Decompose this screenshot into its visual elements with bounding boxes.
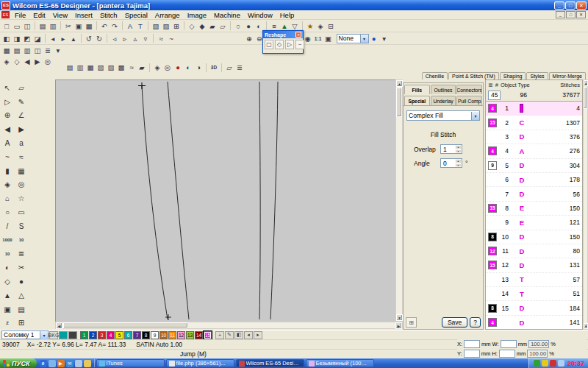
travel-forward-tool[interactable]: ▶: [15, 122, 28, 136]
menu-item-image[interactable]: Image: [184, 11, 210, 19]
object-row[interactable]: 95D304: [486, 159, 582, 173]
dock-tab-shaping[interactable]: Shaping: [500, 72, 526, 79]
object-row[interactable]: 9E121: [486, 216, 582, 230]
paste-button[interactable]: ▦: [84, 21, 94, 31]
zigzag-tool[interactable]: Z: [1, 316, 14, 330]
my-computer-icon[interactable]: [75, 360, 82, 367]
style-dropdown-arrow[interactable]: ▾: [360, 35, 368, 43]
slow-redraw-button[interactable]: ≡: [269, 21, 279, 31]
w-field[interactable]: [501, 340, 517, 348]
fancy-fill-button[interactable]: ≈: [126, 63, 137, 73]
insert-image-button[interactable]: ▧: [151, 21, 161, 31]
background-color-button[interactable]: BKG: [49, 331, 58, 339]
reshape-node-button[interactable]: ◇: [275, 40, 284, 49]
previous-object-button[interactable]: ◃: [110, 33, 120, 43]
color-swatch-14[interactable]: 14: [195, 331, 203, 339]
menu-item-special[interactable]: Special: [121, 11, 151, 19]
taskbar-task[interactable]: file.php (386×561)...: [166, 359, 234, 367]
dock-tab-chenille[interactable]: Chenille: [422, 72, 448, 79]
applique-tool[interactable]: ⌂: [1, 191, 14, 205]
nudge-left-button[interactable]: ◂: [48, 33, 58, 43]
messenger-tray-icon[interactable]: [550, 360, 556, 367]
outlook-icon[interactable]: ✉: [66, 360, 74, 367]
print-button[interactable]: ▤: [37, 21, 48, 31]
network-tray-icon[interactable]: [558, 360, 564, 367]
current-color-1-button[interactable]: [59, 331, 68, 339]
object-row[interactable]: 1512D131: [486, 258, 582, 272]
horizontal-scroll-thumb[interactable]: [63, 322, 188, 328]
measure-tool[interactable]: ∠: [15, 109, 28, 123]
props-tab-pull-comp[interactable]: Pull Comp: [456, 96, 482, 105]
close-button[interactable]: ✕: [576, 1, 587, 10]
ellipse-tool[interactable]: ○: [1, 205, 14, 219]
object-row[interactable]: 152C1307: [486, 116, 582, 130]
travel-by-color-button[interactable]: ◈: [1, 56, 12, 66]
object-row[interactable]: 4D141: [486, 316, 582, 329]
redo-view-button[interactable]: ↻: [94, 33, 104, 43]
stitch-view-button[interactable]: ○: [233, 21, 243, 31]
next-object-button[interactable]: ▹: [120, 33, 130, 43]
3d-warp-button[interactable]: 3D: [209, 63, 219, 73]
overlap-down-button[interactable]: ▾: [455, 149, 462, 154]
color-swatch-15[interactable]: 15: [204, 331, 212, 339]
matrix-tool[interactable]: ⊞: [15, 316, 28, 330]
show-desktop-icon[interactable]: [49, 360, 56, 367]
print-preview-button[interactable]: ▥: [48, 21, 58, 31]
reshape-tool[interactable]: ▷: [1, 95, 14, 109]
taskbar-task[interactable]: Безымянный (100%)...: [306, 359, 374, 367]
object-row[interactable]: 158E150: [486, 202, 582, 216]
contour-fill-tool[interactable]: ◎: [15, 178, 28, 192]
auto-scroll-button[interactable]: ◎: [43, 56, 53, 66]
cut-button[interactable]: ✂: [63, 21, 74, 31]
overlap-spinner[interactable]: 1 ▴ ▾: [440, 144, 462, 154]
artistic-view-button[interactable]: ▱: [218, 21, 228, 31]
object-scroll-down-arrow[interactable]: ▼: [584, 323, 588, 329]
media-player-icon[interactable]: ▶: [57, 360, 65, 367]
stitch-list-tool[interactable]: ≣: [15, 247, 28, 261]
reshape-palette-titlebar[interactable]: Reshape ✕: [263, 31, 303, 38]
e-stitch-button[interactable]: ▧: [96, 63, 106, 73]
polygon-select-tool[interactable]: ▱: [15, 81, 28, 95]
zigzag-stitch-button[interactable]: ▦: [85, 63, 96, 73]
object-row[interactable]: 1211D80: [486, 244, 582, 258]
mdi-minimize-button[interactable]: _: [556, 11, 565, 18]
color-swatch-5[interactable]: 5: [115, 331, 123, 339]
trapunto-button[interactable]: ▱: [224, 63, 234, 73]
curve-tool[interactable]: S: [15, 219, 28, 233]
rotate-right-button[interactable]: ◪: [32, 33, 43, 43]
object-scroll-thumb[interactable]: [584, 87, 587, 109]
connectors-view-button[interactable]: ◐: [254, 21, 264, 31]
w-percent-field[interactable]: 100.00: [528, 340, 549, 348]
save-design-button[interactable]: ◫: [22, 21, 32, 31]
insert-design-button[interactable]: ⊞: [171, 21, 182, 31]
length-10-preset[interactable]: 10: [1, 247, 14, 261]
color-swatch-2[interactable]: 2: [89, 331, 97, 339]
zoom-in-button[interactable]: ⊕: [244, 33, 254, 43]
object-row[interactable]: 815D184: [486, 301, 582, 315]
close-design-button[interactable]: ⊟: [326, 21, 336, 31]
triple-run-tool[interactable]: ≈: [15, 150, 28, 164]
current-color-2-button[interactable]: [68, 331, 77, 339]
style-combo[interactable]: None ▾: [337, 34, 369, 43]
color-film-button[interactable]: ★: [305, 21, 315, 31]
x-field[interactable]: [464, 340, 480, 348]
object-row[interactable]: 414: [486, 102, 582, 116]
h-percent-field[interactable]: 100.00: [527, 350, 548, 358]
object-list-scrollbar[interactable]: ▲ ▼: [583, 79, 588, 330]
rectangle-tool[interactable]: ▭: [15, 205, 28, 219]
mirror-horizontal-button[interactable]: ◧: [1, 33, 12, 43]
menu-item-insert[interactable]: Insert: [71, 11, 96, 19]
remove-overlaps-button[interactable]: ~: [166, 33, 176, 43]
stitch-player-button[interactable]: ▲: [279, 21, 290, 31]
grid-tool[interactable]: ▣: [1, 302, 14, 316]
undo-view-button[interactable]: ↺: [84, 33, 94, 43]
run-stitch-tool[interactable]: ~: [1, 150, 14, 164]
touch-up-image-button[interactable]: ▨: [161, 21, 171, 31]
object-row[interactable]: 7D56: [486, 187, 582, 201]
needle-points-button[interactable]: ●: [243, 21, 254, 31]
satin-stitch-button[interactable]: ▤: [65, 63, 75, 73]
smooth-curves-button[interactable]: ≈: [156, 33, 166, 43]
stemstitch-button[interactable]: ◐: [183, 63, 193, 73]
cut-tool[interactable]: ✂: [15, 261, 28, 275]
penetration-tool[interactable]: ●: [15, 275, 28, 289]
